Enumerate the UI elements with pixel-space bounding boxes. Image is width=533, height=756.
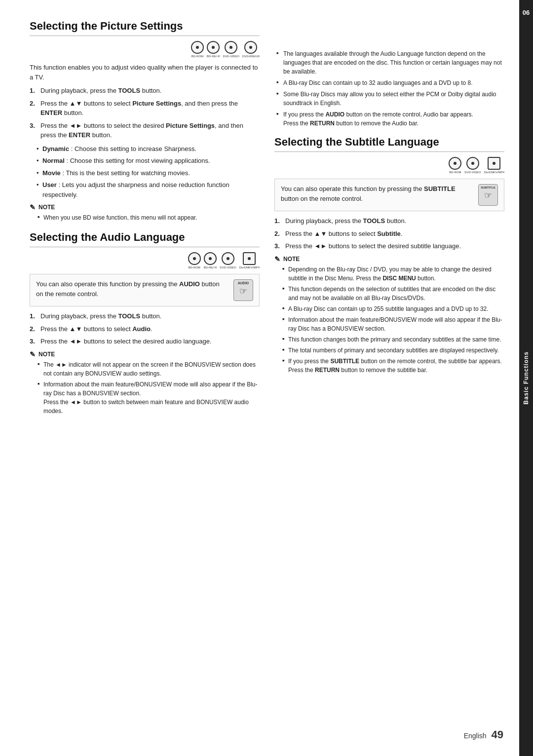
subtitle-note-item-3: A Blu-ray Disc can contain up to 255 sub… [282, 304, 504, 313]
disc-icon-audio-dvd: DVD-VIDEO [220, 252, 236, 269]
audio-info-text: You can also operate this function by pr… [36, 279, 228, 299]
subtitle-note: ✎ NOTE Depending on the Blu-ray Disc / D… [274, 255, 504, 375]
disc-circle-audio-bdre [204, 252, 217, 265]
section-audio-language: Selecting the Audio Language BD-ROM BD-R… [30, 231, 260, 416]
note-icon-subtitle: ✎ [274, 255, 280, 263]
section-title-subtitle: Selecting the Subtitle Language [274, 136, 504, 152]
audio-remote-button: AUDIO ☞ [233, 279, 253, 301]
audio-remote-label: AUDIO [238, 281, 249, 285]
disc-circle-dvdrw [244, 41, 257, 54]
disc-icon-sub-divx: DivX/MKV/MP4 [484, 157, 504, 174]
subtitle-steps-list: 1. During playback, press the TOOLS butt… [274, 216, 504, 251]
disc-icon-dvdrw: DVD±RW/±R [242, 41, 260, 58]
page-number: 49 [492, 728, 503, 741]
main-content: Selecting the Picture Settings BD-ROM BD… [0, 0, 519, 756]
disc-icon-bdrom: BD-ROM [191, 41, 204, 58]
disc-circle-sub-dvd [466, 157, 479, 170]
picture-steps-list: 1. During playback, press the TOOLS butt… [30, 86, 260, 140]
subtitle-info-box: You can also operate this function by pr… [274, 179, 504, 211]
note-title-audio: NOTE [38, 351, 55, 358]
subtitle-note-item-1: Depending on the Blu-ray Disc / DVD, you… [282, 265, 504, 283]
right-column: The languages available through the Audi… [274, 20, 504, 736]
disc-icon-audio-bdre: BD-RE/-R [204, 252, 217, 269]
disc-circle-bdrom [191, 41, 204, 54]
disc-icon-bdrre: BD-RE/-R [207, 41, 220, 58]
disc-label-dvdvideo: DVD-VIDEO [223, 55, 239, 58]
disc-icons-audio: BD-ROM BD-RE/-R DVD-VIDEO DivX/MKV/MP4 [30, 252, 260, 269]
audio-note: ✎ NOTE The ◄► indicator will not appear … [30, 350, 260, 416]
chapter-tab: 06 Basic Functions [519, 0, 533, 756]
disc-circle-audio-bdrom [188, 252, 201, 265]
subtitle-note-item-6: The total numbers of primary and seconda… [282, 346, 504, 355]
disc-icon-audio-divx: DivX/MKV/MP4 [239, 252, 260, 269]
picture-option-user: User : Lets you adjust the sharpness and… [37, 180, 260, 199]
picture-intro: This function enables you to adjust vide… [30, 63, 260, 82]
picture-step-1: 1. During playback, press the TOOLS butt… [30, 86, 260, 96]
disc-circle-bdrre [207, 41, 220, 54]
disc-circle-sub-bdrom [449, 157, 461, 170]
picture-step-2: 2. Press the ▲▼ buttons to select Pictur… [30, 99, 260, 118]
disc-circle-audio-dvd [222, 252, 234, 265]
disc-circle-dvdvideo [225, 41, 237, 54]
left-column: Selecting the Picture Settings BD-ROM BD… [30, 20, 260, 736]
page-language: English [464, 732, 487, 740]
disc-icons-picture: BD-ROM BD-RE/-R DVD-VIDEO DVD±RW/±R [30, 41, 260, 58]
picture-note: ✎ NOTE When you use BD wise function, th… [30, 203, 260, 222]
picture-option-dynamic: Dynamic : Choose this setting to increas… [37, 144, 260, 154]
disc-label-sub-divx: DivX/MKV/MP4 [484, 171, 504, 174]
section-subtitle-language: Selecting the Subtitle Language BD-ROM D… [274, 136, 504, 375]
audio-note-right-4: If you press the AUDIO button on the rem… [276, 110, 504, 128]
note-title-picture: NOTE [38, 204, 55, 211]
picture-note-item-1: When you use BD wise function, this menu… [38, 213, 260, 222]
picture-note-list: When you use BD wise function, this menu… [38, 213, 260, 222]
page-wrapper: Selecting the Picture Settings BD-ROM BD… [0, 0, 533, 756]
audio-language-notes: The languages available through the Audi… [274, 49, 504, 128]
audio-note-item-2: Information about the main feature/BONUS… [38, 380, 260, 416]
disc-icon-sub-dvd: DVD-VIDEO [464, 157, 481, 174]
subtitle-remote-button: SUBTITLE ☞ [478, 184, 498, 206]
disc-icon-sub-bdrom: BD-ROM [449, 157, 461, 174]
chapter-label: Basic Functions [523, 351, 530, 405]
audio-step-3: 3. Press the ◄► buttons to select the de… [30, 337, 260, 346]
chapter-number: 06 [523, 9, 530, 16]
section-title-audio: Selecting the Audio Language [30, 231, 260, 247]
subtitle-remote-hand-icon: ☞ [484, 190, 492, 201]
subtitle-note-item-5: This function changes both the primary a… [282, 335, 504, 344]
picture-option-movie: Movie : This is the best setting for wat… [37, 168, 260, 178]
disc-icon-audio-bdrom: BD-ROM [188, 252, 201, 269]
disc-label-dvdrw: DVD±RW/±R [242, 55, 260, 58]
subtitle-remote-label: SUBTITLE [481, 186, 495, 189]
picture-step-3: 3. Press the ◄► buttons to select the de… [30, 121, 260, 140]
section-title-picture: Selecting the Picture Settings [30, 20, 260, 36]
disc-circle-sub-divx [488, 157, 500, 170]
note-icon-picture: ✎ [30, 203, 36, 211]
disc-label-audio-divx: DivX/MKV/MP4 [239, 266, 260, 269]
audio-note-item-1: The ◄► indicator will not appear on the … [38, 360, 260, 378]
disc-label-audio-dvd: DVD-VIDEO [220, 266, 236, 269]
section-picture-settings: Selecting the Picture Settings BD-ROM BD… [30, 20, 260, 222]
picture-option-normal: Normal : Choose this setting for most vi… [37, 156, 260, 166]
subtitle-step-3: 3. Press the ◄► buttons to select the de… [274, 241, 504, 251]
subtitle-note-list: Depending on the Blu-ray Disc / DVD, you… [282, 265, 504, 375]
disc-icons-subtitle: BD-ROM DVD-VIDEO DivX/MKV/MP4 [274, 157, 504, 174]
disc-label-bdrre: BD-RE/-R [207, 55, 220, 58]
audio-note-right-3: Some Blu-ray Discs may allow you to sele… [276, 90, 504, 108]
subtitle-note-item-7: If you press the SUBTITLE button on the … [282, 357, 504, 375]
audio-step-2: 2. Press the ▲▼ buttons to select Audio. [30, 324, 260, 334]
subtitle-step-1: 1. During playback, press the TOOLS butt… [274, 216, 504, 226]
subtitle-info-text: You can also operate this function by pr… [281, 184, 472, 203]
subtitle-note-item-4: Information about the main feature/BONUS… [282, 315, 504, 333]
audio-step-1: 1. During playback, press the TOOLS butt… [30, 311, 260, 321]
audio-language-notes-list: The languages available through the Audi… [276, 49, 504, 128]
audio-remote-hand-icon: ☞ [239, 286, 247, 297]
disc-label-sub-dvd: DVD-VIDEO [464, 171, 481, 174]
page-footer: English 49 [464, 728, 503, 741]
audio-note-list: The ◄► indicator will not appear on the … [38, 360, 260, 416]
note-title-subtitle: NOTE [283, 256, 300, 263]
disc-label-audio-bdre: BD-RE/-R [204, 266, 217, 269]
disc-label-bdrom: BD-ROM [191, 55, 203, 58]
subtitle-step-2: 2. Press the ▲▼ buttons to select Subtit… [274, 229, 504, 239]
disc-label-audio-bdrom: BD-ROM [188, 266, 200, 269]
picture-options-list: Dynamic : Choose this setting to increas… [37, 144, 260, 200]
audio-steps-list: 1. During playback, press the TOOLS butt… [30, 311, 260, 346]
